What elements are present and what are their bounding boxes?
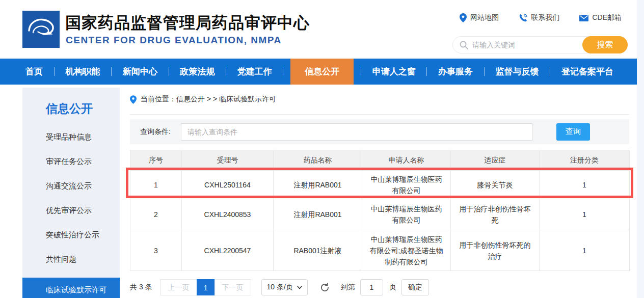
current-page-button[interactable]: 1 [197,279,215,295]
contact-link[interactable]: 联系我们 [519,13,559,22]
table-row[interactable]: 3 CXHL2200547 RAB001注射液 中山莱博瑞辰生物医药有限公司;成… [130,230,630,271]
nav-item-registration-platform[interactable]: 登记备案平台 [557,59,618,85]
site-search-button[interactable]: 搜索 [582,36,628,53]
site-title: 国家药品监督管理局药品审评中心 [65,12,310,34]
refresh-icon [320,283,330,292]
query-bar: 查询条件: 查询 [130,119,629,144]
refresh-button[interactable] [320,283,330,292]
table-header-row: 序号 受理号 药品名称 申请人名称 适应症 注册分类 [130,150,630,171]
cell-registration-class: 1 [540,171,630,199]
col-header-seq: 序号 [130,150,182,171]
nav-item-news[interactable]: 新闻中心 [119,59,162,85]
site-search: 搜索 [452,36,628,53]
site-search-input[interactable] [468,41,582,49]
nav-item-home[interactable]: 首页 [21,59,47,85]
sitemap-link[interactable]: 网站地图 [460,13,499,22]
col-header-drug-name: 药品名称 [274,150,362,171]
pagination: 共 3 条 上一页 1 下一页 10 条/页 到第 页 确定 [130,279,629,295]
nav-item-info-disclosure[interactable]: 信息公开 [290,59,354,85]
next-page-button[interactable]: 下一页 [214,279,251,295]
nav-divider [169,67,169,76]
sidebar-item-communication[interactable]: 沟通交流公示 [22,174,120,198]
confirm-button[interactable]: 确定 [401,279,429,295]
col-header-acceptance-no: 受理号 [182,150,274,171]
col-header-applicant: 申请人名称 [362,150,451,171]
sidebar-item-priority-review[interactable]: 优先审评公示 [22,198,120,223]
cell-seq: 2 [130,199,182,230]
nav-item-policies[interactable]: 政策法规 [176,59,219,85]
sidebar-title: 信息公开 [22,101,120,117]
query-input[interactable] [181,123,532,141]
nav-item-functions[interactable]: 机构职能 [61,59,104,85]
cell-acceptance-no: CXHL2501164 [182,171,274,199]
header-quick-links: 网站地图 联系我们 CDE邮箱 [460,13,622,22]
cell-indication: 膝骨关节炎 [451,171,540,199]
main-nav: 首页 机构职能 新闻中心 政策法规 党建工作 信息公开 申请人之窗 办事服务 监… [0,59,644,85]
location-pin-icon [460,13,467,22]
sidebar-item-accepted-varieties[interactable]: 受理品种信息 [22,125,120,149]
main-content: 当前位置：信息公开 > > 临床试验默示许可 查询条件: 查询 序号 受理号 药… [130,88,629,295]
sidebar-item-clinical-trial-implied-license[interactable]: 临床试验默示许可 [22,278,120,298]
breadcrumb: 当前位置：信息公开 > > 临床试验默示许可 [130,88,629,115]
search-icon [460,41,468,49]
cell-applicant: 中山莱博瑞辰生物医药有限公司 [362,199,451,230]
cell-drug-name: 注射用RAB001 [274,199,362,230]
cell-applicant: 中山莱博瑞辰生物医药有限公司 [362,171,451,199]
envelope-icon [579,15,588,21]
nav-item-services[interactable]: 办事服务 [434,59,477,85]
nav-divider [550,67,550,76]
query-button[interactable]: 查询 [556,123,590,141]
query-label: 查询条件: [140,127,181,137]
site-subtitle: CENTER FOR DRUG EVALUATION, NMPA [66,35,282,46]
phone-icon [519,14,527,22]
results-table-wrap: 序号 受理号 药品名称 申请人名称 适应症 注册分类 1 CXHL2501164… [130,150,629,271]
cde-nmpa-page: 国家药品监督管理局药品审评中心 CENTER FOR DRUG EVALUATI… [0,0,644,298]
sitemap-label: 网站地图 [470,13,499,22]
cell-acceptance-no: CXHL2400853 [182,199,274,230]
nav-divider [111,67,112,76]
prev-page-button[interactable]: 上一页 [160,279,197,295]
cell-indication: 用于非创伤性骨坏死的治疗 [451,230,540,271]
page-scrollbar[interactable] [637,0,644,298]
nav-divider [54,67,55,76]
nav-divider [426,67,427,76]
pagination-total: 共 3 条 [130,283,152,292]
cde-logo [22,11,60,48]
page-size-select[interactable]: 10 条/页 [261,279,308,295]
cell-applicant: 中山莱博瑞辰生物医药有限公司;成都圣诺生物制药有限公司 [362,230,451,271]
cell-seq: 1 [130,171,182,199]
sidebar-item-review-tasks[interactable]: 审评任务公示 [22,149,120,174]
sidebar-item-common-issues[interactable]: 共性问题 [22,247,120,272]
contact-label: 联系我们 [531,13,559,22]
nav-item-applicant-window[interactable]: 申请人之窗 [368,59,420,85]
cell-registration-class: 1 [540,199,630,230]
pagination-group: 上一页 1 下一页 [160,279,251,295]
cell-seq: 3 [130,230,182,271]
nav-divider [361,67,361,76]
goto-page-unit: 页 [389,283,396,292]
sidebar-item-breakthrough-therapy[interactable]: 突破性治疗公示 [22,223,120,247]
cell-drug-name: RAB001注射液 [274,230,362,271]
location-pin-icon [130,95,137,104]
nav-divider [226,67,226,76]
nav-divider [484,67,485,76]
cell-drug-name: 注射用RAB001 [274,171,362,199]
cde-mail-link[interactable]: CDE邮箱 [579,13,622,22]
cell-acceptance-no: CXHL2200547 [182,230,274,271]
cell-registration-class: 1 [540,230,630,271]
header: 国家药品监督管理局药品审评中心 CENTER FOR DRUG EVALUATI… [0,0,644,59]
nav-item-supervision-feedback[interactable]: 监督与反馈 [492,59,543,85]
breadcrumb-text: 当前位置：信息公开 > > 临床试验默示许可 [141,95,276,104]
nav-item-party-building[interactable]: 党建工作 [233,59,276,85]
col-header-registration-class: 注册分类 [540,150,630,171]
goto-page-input[interactable] [360,279,383,295]
page-size-value: 10 条/页 [267,283,293,292]
nav-divider [283,67,283,76]
table-row[interactable]: 1 CXHL2501164 注射用RAB001 中山莱博瑞辰生物医药有限公司 膝… [130,171,630,199]
cde-mail-label: CDE邮箱 [592,13,622,22]
table-row[interactable]: 2 CXHL2400853 注射用RAB001 中山莱博瑞辰生物医药有限公司 用… [130,199,630,230]
results-table: 序号 受理号 药品名称 申请人名称 适应症 注册分类 1 CXHL2501164… [130,150,630,271]
sidebar: 信息公开 受理品种信息 审评任务公示 沟通交流公示 优先审评公示 突破性治疗公示… [22,88,120,298]
cell-indication: 用于治疗非创伤性骨坏死 [451,199,540,230]
goto-page-label: 到第 [341,283,355,292]
